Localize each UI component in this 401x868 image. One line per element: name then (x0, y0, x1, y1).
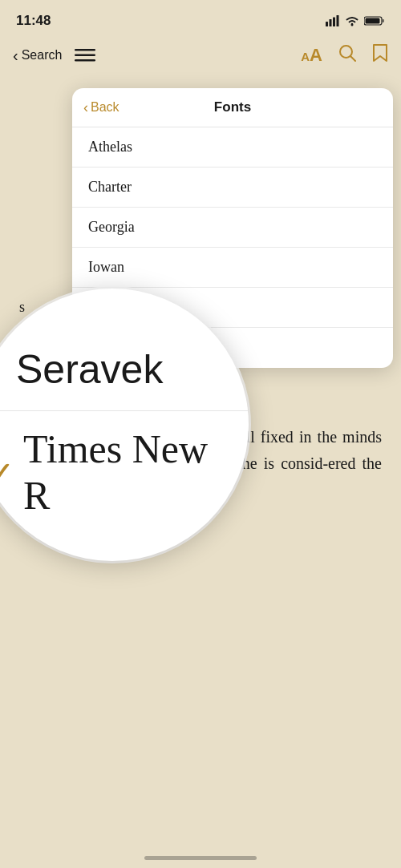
status-time: 11:48 (16, 13, 51, 29)
magnifier-times-label: Times New R (23, 426, 233, 519)
font-item-iowan[interactable]: Iowan (72, 248, 393, 288)
font-item-charter[interactable]: Charter (72, 168, 393, 208)
signal-icon (326, 15, 340, 26)
svg-rect-0 (326, 22, 328, 26)
svg-point-11 (340, 46, 352, 58)
font-name-georgia: Georgia (88, 219, 135, 236)
fonts-panel-title: Fonts (214, 99, 251, 115)
book-text-s: s (19, 297, 25, 318)
svg-rect-9 (75, 55, 95, 57)
status-bar: 11:48 (0, 0, 401, 35)
font-size-button[interactable]: A A (301, 45, 322, 66)
bookmark-button[interactable] (372, 43, 388, 67)
battery-icon (364, 15, 385, 26)
svg-point-4 (351, 24, 354, 26)
svg-rect-8 (75, 49, 95, 51)
font-item-georgia[interactable]: Georgia (72, 208, 393, 248)
back-chevron-icon: ‹ (13, 46, 18, 65)
font-name-iowan: Iowan (88, 259, 124, 276)
svg-rect-2 (333, 18, 335, 27)
svg-line-12 (351, 57, 356, 62)
fonts-back-label: Back (91, 100, 119, 115)
svg-rect-10 (75, 59, 95, 62)
fonts-back-button[interactable]: ‹ Back (83, 99, 119, 116)
font-item-athelas[interactable]: Athelas (72, 127, 393, 168)
font-name-athelas: Athelas (88, 139, 132, 155)
wifi-icon (345, 15, 359, 26)
svg-rect-6 (366, 18, 380, 24)
back-button[interactable]: ‹ Search (13, 46, 62, 65)
svg-rect-3 (337, 15, 339, 26)
list-icon[interactable] (75, 47, 95, 63)
fonts-back-chevron-icon: ‹ (83, 99, 88, 116)
status-icons (326, 15, 385, 26)
home-indicator (144, 856, 257, 860)
nav-right-icons: A A (301, 43, 388, 67)
magnifier-checkmark-icon: ✓ (0, 458, 12, 486)
back-label: Search (22, 48, 63, 63)
svg-rect-1 (330, 19, 332, 26)
magnifier-seravek-label: Seravek (16, 347, 163, 392)
fonts-panel-header: ‹ Back Fonts (72, 88, 393, 127)
font-name-charter: Charter (88, 179, 132, 196)
nav-bar: ‹ Search A A (0, 35, 401, 75)
search-button[interactable] (338, 44, 356, 67)
svg-rect-7 (383, 19, 385, 22)
